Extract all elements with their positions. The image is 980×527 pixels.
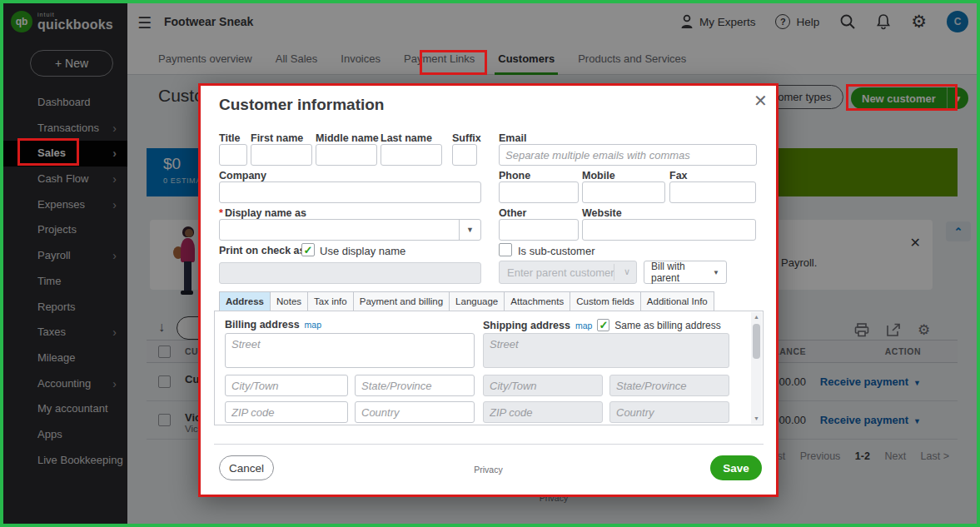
bill-with-parent-label: Bill with parent	[651, 261, 713, 284]
tab-custom-fields[interactable]: Custom fields	[570, 291, 641, 311]
same-as-billing-label: Same as billing address	[614, 320, 720, 331]
email-label: Email	[499, 132, 526, 144]
tab-notes[interactable]: Notes	[271, 291, 308, 311]
tab-tax-info[interactable]: Tax info	[308, 291, 354, 311]
shipping-country-field	[609, 401, 729, 423]
modal-close-icon[interactable]: ✕	[754, 91, 768, 111]
scroll-up-icon[interactable]: ▲	[751, 312, 762, 322]
billing-country-field[interactable]	[355, 401, 475, 423]
footer-divider	[214, 444, 764, 445]
mobile-field[interactable]	[582, 181, 665, 203]
screenshot-frame: qb intuit quickbooks + New Dashboard Tra…	[0, 0, 980, 527]
title-field[interactable]	[219, 144, 247, 166]
parent-customer-placeholder: Enter parent customer	[507, 266, 614, 279]
tab-attachments[interactable]: Attachments	[505, 291, 570, 311]
other-field[interactable]	[499, 219, 579, 241]
select-caret-icon: ▼	[459, 220, 480, 240]
print-on-check-label: Print on check as	[219, 245, 306, 256]
other-label: Other	[499, 207, 526, 219]
shipping-zip-field	[483, 401, 603, 423]
required-asterisk: *	[219, 207, 223, 219]
tab-language[interactable]: Language	[450, 291, 505, 311]
website-label: Website	[582, 207, 622, 219]
parent-customer-combo: Enter parent customer ∨	[499, 261, 637, 284]
middle-name-field[interactable]	[316, 144, 377, 166]
phone-label: Phone	[499, 170, 530, 181]
dropdown-caret-icon: ▼	[713, 269, 719, 276]
fax-label: Fax	[669, 170, 688, 181]
billing-city-field[interactable]	[225, 375, 348, 396]
shipping-city-field	[483, 375, 603, 396]
shipping-map-link[interactable]: map	[575, 321, 592, 331]
email-field[interactable]	[499, 144, 757, 166]
scroll-down-icon[interactable]: ▼	[751, 414, 762, 424]
display-name-select[interactable]: ▼	[219, 219, 481, 241]
combo-caret-icon: ∨	[624, 266, 630, 277]
modal-privacy-link[interactable]: Privacy	[201, 465, 776, 475]
phone-field[interactable]	[499, 181, 579, 203]
billing-address-label: Billing address	[225, 319, 300, 331]
customer-information-modal: Customer information ✕ Title First name …	[198, 83, 779, 497]
company-field[interactable]	[219, 181, 481, 203]
shipping-street-field	[483, 333, 729, 368]
website-field[interactable]	[582, 219, 756, 241]
shipping-state-field	[609, 375, 729, 396]
panel-scrollbar[interactable]: ▲ ▼	[751, 312, 762, 424]
last-name-label: Last name	[381, 132, 432, 144]
suffix-field[interactable]	[452, 144, 477, 166]
tab-address[interactable]: Address	[219, 291, 271, 311]
first-name-field[interactable]	[251, 144, 312, 166]
tab-additional-info[interactable]: Additional Info	[641, 291, 714, 311]
is-sub-customer-checkbox[interactable]	[499, 243, 512, 256]
fax-field[interactable]	[669, 181, 756, 203]
modal-title: Customer information	[219, 96, 384, 114]
tab-payment-and-billing[interactable]: Payment and billing	[354, 291, 450, 311]
suffix-label: Suffix	[452, 132, 481, 144]
shipping-address-label: Shipping address	[483, 320, 570, 331]
use-display-name-checkbox[interactable]: ✓	[301, 243, 315, 256]
title-label: Title	[219, 132, 240, 144]
billing-street-field[interactable]	[225, 333, 475, 368]
billing-state-field[interactable]	[355, 375, 475, 396]
modal-tabs: Address Notes Tax info Payment and billi…	[219, 291, 714, 311]
save-button[interactable]: Save	[710, 455, 762, 480]
address-tab-panel: Billing address map Shipping address map…	[214, 311, 764, 425]
use-display-name-label: Use display name	[320, 245, 405, 257]
same-as-billing-checkbox[interactable]: ✓	[597, 319, 609, 331]
middle-name-label: Middle name	[316, 132, 379, 144]
billing-map-link[interactable]: map	[305, 320, 321, 330]
last-name-field[interactable]	[381, 144, 442, 166]
bill-with-parent-dropdown[interactable]: Bill with parent ▼	[644, 261, 727, 284]
first-name-label: First name	[251, 132, 303, 144]
company-label: Company	[219, 170, 266, 181]
print-on-check-field	[219, 262, 481, 284]
mobile-label: Mobile	[582, 170, 615, 181]
is-sub-customer-label: Is sub-customer	[518, 245, 594, 257]
scrollbar-thumb[interactable]	[753, 324, 760, 359]
billing-zip-field[interactable]	[225, 401, 348, 423]
display-name-label: *Display name as	[219, 207, 306, 219]
